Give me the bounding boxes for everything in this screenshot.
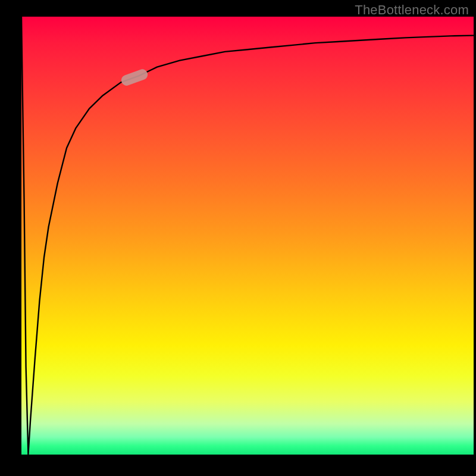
watermark-text: TheBottleneck.com bbox=[355, 2, 469, 18]
bottleneck-curve bbox=[21, 17, 474, 455]
curve-path bbox=[21, 17, 474, 455]
plot-area bbox=[21, 17, 474, 455]
